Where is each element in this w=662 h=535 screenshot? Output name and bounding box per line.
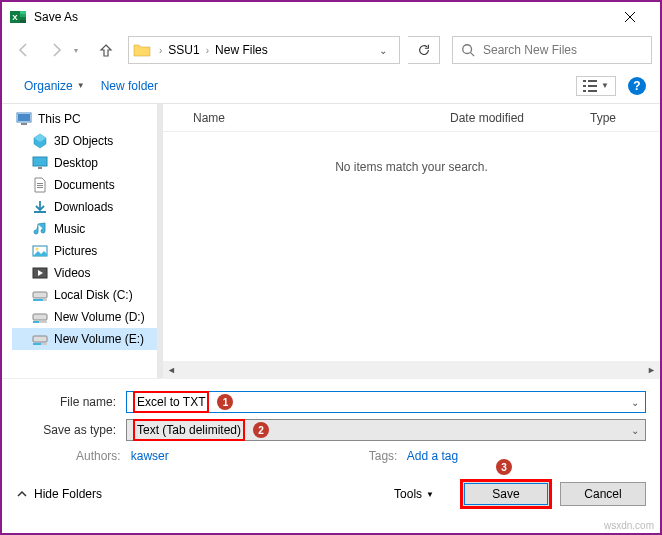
folder-tree[interactable]: This PC 3D Objects Desktop Documents Dow… <box>2 104 157 378</box>
up-button[interactable] <box>92 36 120 64</box>
tree-item-videos[interactable]: Videos <box>12 262 157 284</box>
address-bar[interactable]: › SSU1 › New Files ⌄ <box>128 36 400 64</box>
forward-button[interactable] <box>42 36 70 64</box>
chevron-icon: › <box>204 45 211 56</box>
file-name-value: Excel to TXT <box>133 391 209 413</box>
file-name-input[interactable]: Excel to TXT 1 ⌄ <box>126 391 646 413</box>
svg-rect-13 <box>588 85 597 87</box>
chevron-down-icon: ▼ <box>601 81 609 90</box>
cancel-button[interactable]: Cancel <box>560 482 646 506</box>
tree-item-3d-objects[interactable]: 3D Objects <box>12 130 157 152</box>
toolbar: Organize ▼ New folder ▼ ? <box>2 68 660 104</box>
tools-menu[interactable]: Tools ▼ <box>394 487 434 501</box>
search-input[interactable]: Search New Files <box>452 36 652 64</box>
downloads-icon <box>32 199 48 215</box>
save-type-label: Save as type: <box>16 423 126 437</box>
tree-item-pictures[interactable]: Pictures <box>12 240 157 262</box>
save-form: File name: Excel to TXT 1 ⌄ Save as type… <box>2 378 660 471</box>
svg-rect-15 <box>588 90 597 92</box>
svg-rect-10 <box>583 80 586 82</box>
chevron-down-icon: ▼ <box>77 81 85 90</box>
hide-folders-button[interactable]: Hide Folders <box>16 487 102 501</box>
svg-rect-4 <box>20 17 26 20</box>
svg-rect-5 <box>20 20 26 23</box>
svg-point-8 <box>463 45 472 54</box>
chevron-down-icon: ▼ <box>426 490 434 499</box>
new-folder-button[interactable]: New folder <box>93 75 166 97</box>
breadcrumb-item[interactable]: New Files <box>211 43 272 57</box>
svg-rect-30 <box>33 314 47 320</box>
chevron-icon: › <box>157 45 164 56</box>
svg-rect-18 <box>21 123 27 125</box>
3d-icon <box>32 133 48 149</box>
main-area: This PC 3D Objects Desktop Documents Dow… <box>2 104 660 378</box>
disk-icon <box>32 331 48 347</box>
svg-rect-27 <box>33 292 47 298</box>
save-type-dropdown[interactable]: Text (Tab delimited) 2 ⌄ <box>126 419 646 441</box>
history-dropdown[interactable]: ▾ <box>74 46 88 55</box>
svg-rect-14 <box>583 90 586 92</box>
tree-item-music[interactable]: Music <box>12 218 157 240</box>
horizontal-scrollbar[interactable]: ◄ ► <box>163 361 660 378</box>
organize-menu[interactable]: Organize ▼ <box>16 75 93 97</box>
scroll-left-icon[interactable]: ◄ <box>163 361 180 378</box>
tree-item-new-volume-d[interactable]: New Volume (D:) <box>12 306 157 328</box>
folder-icon <box>133 41 151 59</box>
tree-item-new-volume-e[interactable]: New Volume (E:) <box>12 328 157 350</box>
column-date[interactable]: Date modified <box>450 111 590 125</box>
svg-rect-35 <box>41 343 47 345</box>
svg-point-25 <box>36 248 39 251</box>
tree-item-downloads[interactable]: Downloads <box>12 196 157 218</box>
svg-rect-33 <box>33 336 47 342</box>
chevron-down-icon[interactable]: ⌄ <box>631 425 639 436</box>
column-headers[interactable]: Name Date modified Type <box>163 104 660 132</box>
annotation-3: 3 <box>496 459 512 475</box>
empty-message: No items match your search. <box>163 132 660 174</box>
svg-rect-29 <box>43 299 47 301</box>
svg-line-9 <box>471 53 475 57</box>
column-name[interactable]: Name <box>163 111 450 125</box>
search-placeholder: Search New Files <box>483 43 577 57</box>
file-name-label: File name: <box>16 395 126 409</box>
svg-text:X: X <box>12 13 18 22</box>
excel-icon: X <box>10 9 26 25</box>
tree-item-documents[interactable]: Documents <box>12 174 157 196</box>
svg-rect-2 <box>20 11 26 14</box>
annotation-2: 2 <box>253 422 269 438</box>
svg-rect-17 <box>18 114 30 121</box>
watermark: wsxdn.com <box>604 520 654 531</box>
svg-rect-22 <box>37 185 43 186</box>
svg-rect-3 <box>20 14 26 17</box>
svg-rect-19 <box>33 157 47 166</box>
address-dropdown[interactable]: ⌄ <box>371 45 395 56</box>
scroll-right-icon[interactable]: ► <box>643 361 660 378</box>
refresh-button[interactable] <box>408 36 440 64</box>
column-type[interactable]: Type <box>590 111 660 125</box>
disk-icon <box>32 309 48 325</box>
desktop-icon <box>32 155 48 171</box>
back-button[interactable] <box>10 36 38 64</box>
pc-icon <box>16 111 32 127</box>
disk-icon <box>32 287 48 303</box>
tree-item-desktop[interactable]: Desktop <box>12 152 157 174</box>
svg-rect-12 <box>583 85 586 87</box>
tree-item-local-disk-c[interactable]: Local Disk (C:) <box>12 284 157 306</box>
documents-icon <box>32 177 48 193</box>
close-button[interactable] <box>607 2 652 32</box>
pictures-icon <box>32 243 48 259</box>
svg-rect-28 <box>33 299 43 301</box>
help-button[interactable]: ? <box>628 77 646 95</box>
svg-rect-34 <box>33 343 41 345</box>
tags-label: Tags: <box>369 449 398 463</box>
authors-value[interactable]: kawser <box>131 449 169 463</box>
authors-label: Authors: <box>76 449 121 463</box>
chevron-down-icon[interactable]: ⌄ <box>631 397 639 408</box>
breadcrumb-item[interactable]: SSU1 <box>164 43 203 57</box>
tree-item-this-pc[interactable]: This PC <box>12 108 157 130</box>
tags-value[interactable]: Add a tag <box>407 449 458 463</box>
svg-rect-21 <box>37 183 43 184</box>
save-button[interactable]: Save <box>460 479 552 509</box>
view-options-button[interactable]: ▼ <box>576 76 616 96</box>
navbar: ▾ › SSU1 › New Files ⌄ Search New Files <box>2 32 660 68</box>
titlebar: X Save As <box>2 2 660 32</box>
